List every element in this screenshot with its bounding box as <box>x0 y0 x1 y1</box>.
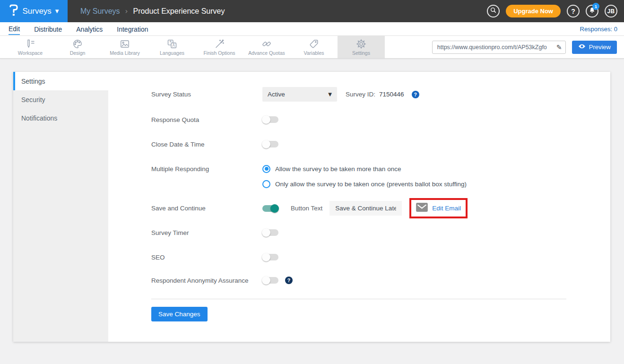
anonymity-label: Respondent Anonymity Assurance <box>151 277 262 284</box>
eye-icon <box>578 43 586 51</box>
toolbar-right: ✎ Preview <box>432 36 624 58</box>
toggle-knob <box>270 204 279 213</box>
seo-label: SEO <box>151 254 262 261</box>
chevron-down-icon: ▼ <box>328 92 332 97</box>
response-quota-toggle[interactable] <box>262 116 278 123</box>
toolbar-item-design[interactable]: Design <box>54 36 101 58</box>
questionpro-logo-icon <box>9 4 18 18</box>
envelope-icon <box>416 203 428 214</box>
survey-id-help-icon[interactable]: ? <box>412 91 419 98</box>
button-text-input[interactable] <box>329 201 402 216</box>
languages-icon: * A <box>166 38 178 50</box>
form-divider <box>151 299 566 299</box>
preview-button[interactable]: Preview <box>572 41 617 54</box>
seo-row: SEO <box>151 250 278 264</box>
tab-integration[interactable]: Integration <box>117 24 148 35</box>
settings-sidebar: Settings Security Notifications <box>13 72 108 342</box>
search-button[interactable] <box>487 5 500 17</box>
multiple-responding-options: Allow the survey to be taken more than o… <box>262 162 467 191</box>
question-mark-icon: ? <box>571 8 575 15</box>
avatar[interactable]: JB <box>605 5 617 17</box>
radio-option-allow-multiple[interactable]: Allow the survey to be taken more than o… <box>262 162 467 176</box>
notification-count-badge: 1 <box>592 3 599 10</box>
product-name: Surveys <box>22 7 51 16</box>
toolbar-item-variables[interactable]: Variables <box>290 36 338 58</box>
tag-icon <box>308 38 320 50</box>
toolbar-item-media-library[interactable]: Media Library <box>101 36 148 58</box>
chain-links-icon <box>261 38 272 50</box>
responses-count: Responses: 0 <box>580 26 624 33</box>
edit-url-pencil-icon[interactable]: ✎ <box>553 43 565 51</box>
multiple-responding-label: Multiple Responding <box>151 165 262 173</box>
survey-timer-toggle[interactable] <box>262 229 278 236</box>
toggle-knob <box>262 115 270 124</box>
anonymity-row: Respondent Anonymity Assurance ? <box>151 273 293 287</box>
survey-nav: Edit Distribute Analytics Integration Re… <box>0 22 624 36</box>
tab-analytics[interactable]: Analytics <box>76 24 103 35</box>
chevron-down-icon: ▼ <box>55 9 59 14</box>
toolbar-item-settings[interactable]: Settings <box>338 36 385 58</box>
response-quota-row: Response Quota <box>151 113 278 127</box>
close-date-toggle[interactable] <box>262 141 278 147</box>
breadcrumb-survey-title: Product Experience Survey <box>133 7 225 16</box>
settings-card: Settings Security Notifications Survey S… <box>13 72 610 342</box>
tab-edit[interactable]: Edit <box>9 23 20 35</box>
toolbar-item-workspace[interactable]: Workspace <box>7 36 54 58</box>
survey-status-label: Survey Status <box>151 91 262 98</box>
button-text-label: Button Text <box>291 205 322 212</box>
edit-email-highlight-button[interactable]: Edit Email <box>409 198 468 218</box>
save-and-continue-toggle[interactable] <box>262 205 278 212</box>
toolbar-item-finish-options[interactable]: Finish Options <box>196 36 243 58</box>
survey-timer-label: Survey Timer <box>151 229 262 236</box>
search-icon <box>490 7 497 16</box>
notifications-button[interactable]: 1 <box>586 5 598 17</box>
radio-selected-icon[interactable] <box>262 165 270 173</box>
header-actions: Upgrade Now ? 1 JB <box>487 5 624 17</box>
survey-id-label: Survey ID: <box>346 91 375 98</box>
sidebar-item-notifications[interactable]: Notifications <box>13 109 108 127</box>
top-header: Surveys ▼ My Surveys › Product Experienc… <box>0 0 624 22</box>
toggle-knob <box>262 228 270 237</box>
multiple-responding-row: Multiple Responding Allow the survey to … <box>151 162 467 191</box>
avatar-initials: JB <box>607 8 615 15</box>
anonymity-toggle[interactable] <box>262 277 278 284</box>
survey-id-value: 7150446 <box>379 91 404 98</box>
svg-text:A: A <box>172 43 175 48</box>
toolbar-item-languages[interactable]: * A Languages <box>148 36 196 58</box>
survey-status-row: Survey Status Active ▼ Survey ID: 715044… <box>151 87 419 102</box>
breadcrumb-my-surveys[interactable]: My Surveys <box>80 7 120 16</box>
breadcrumb-separator-icon: › <box>125 7 128 16</box>
radio-unselected-icon[interactable] <box>262 180 270 188</box>
toolbar-item-advance-quotas[interactable]: Advance Quotas <box>243 36 290 58</box>
save-and-continue-label: Save and Continue <box>151 205 262 212</box>
radio-option-once-label: Only allow the survey to be taken once (… <box>275 181 467 188</box>
survey-timer-row: Survey Timer <box>151 225 278 240</box>
survey-status-select[interactable]: Active ▼ <box>262 87 337 102</box>
media-library-icon <box>119 38 130 50</box>
anonymity-help-icon[interactable]: ? <box>285 277 293 284</box>
survey-status-value: Active <box>268 91 285 98</box>
product-switcher[interactable]: Surveys ▼ <box>0 0 68 22</box>
gear-icon <box>355 38 367 50</box>
workspace-icon <box>25 38 36 50</box>
save-changes-button[interactable]: Save Changes <box>151 307 208 321</box>
design-palette-icon <box>72 38 83 50</box>
seo-toggle[interactable] <box>262 254 278 260</box>
toggle-knob <box>262 253 270 261</box>
magic-wand-icon <box>214 38 225 50</box>
upgrade-now-button[interactable]: Upgrade Now <box>506 5 561 17</box>
sidebar-item-security[interactable]: Security <box>13 90 108 109</box>
survey-url-input[interactable] <box>433 44 553 51</box>
close-date-row: Close Date & Time <box>151 137 278 151</box>
save-and-continue-row: Save and Continue Button Text Edit Email <box>151 199 468 218</box>
breadcrumb: My Surveys › Product Experience Survey <box>80 7 225 16</box>
preview-label: Preview <box>589 43 611 51</box>
help-button[interactable]: ? <box>567 5 580 17</box>
tab-distribute[interactable]: Distribute <box>34 24 62 35</box>
close-date-label: Close Date & Time <box>151 141 262 148</box>
radio-option-only-once[interactable]: Only allow the survey to be taken once (… <box>262 177 467 191</box>
radio-option-allow-label: Allow the survey to be taken more than o… <box>275 165 401 173</box>
sidebar-item-settings[interactable]: Settings <box>13 72 108 90</box>
survey-url-field: ✎ <box>432 41 566 54</box>
response-quota-label: Response Quota <box>151 116 262 123</box>
